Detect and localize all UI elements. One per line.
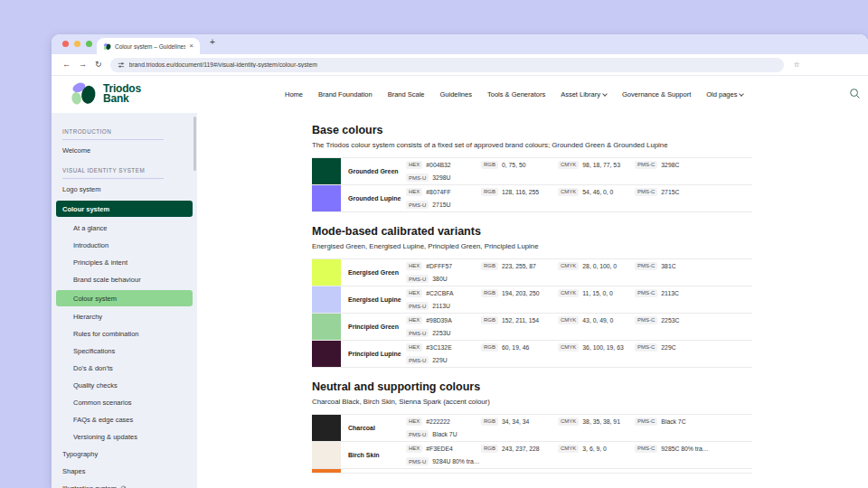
logo-wordmark: Triodos Bank <box>103 84 141 105</box>
hex-value: #C2CBFA <box>426 290 453 296</box>
nav-item-brand-foundation[interactable]: Brand Foundation <box>318 90 373 99</box>
sidebar-item-illustration-system[interactable]: Illustration system <box>52 480 197 488</box>
sidebar-scrollbar[interactable] <box>193 117 196 171</box>
address-bar[interactable]: brand.triodos.eu/document/119#/visual-id… <box>110 58 784 72</box>
chevron-down-icon <box>602 91 608 97</box>
tab-close-icon[interactable]: × <box>189 42 193 50</box>
browser-tab[interactable]: Colour system – Guidelines - × <box>97 38 200 54</box>
cmyk-value: 28, 0, 100, 0 <box>582 263 617 269</box>
hex-label: HEX <box>406 188 422 196</box>
pms-u: PMS-U2253U <box>406 329 481 337</box>
rgb-value: 152, 211, 154 <box>502 317 539 324</box>
sidebar-item-common-scenarios[interactable]: Common scenarios <box>52 394 197 411</box>
nav-item-governance-support[interactable]: Governance & Support <box>622 90 691 99</box>
rgb-label: RGB <box>481 161 498 169</box>
colour-name: Principled Green <box>341 324 406 330</box>
pms-u-value: 380U <box>432 276 447 282</box>
maximize-window-button[interactable] <box>86 41 92 47</box>
nav-item-home[interactable]: Home <box>285 90 303 99</box>
sidebar-item-label: Shapes <box>62 467 85 475</box>
sidebar-item-colour-system[interactable]: Colour system <box>56 201 193 217</box>
sidebar-item-principles-intent[interactable]: Principles & intent <box>52 254 197 271</box>
sidebar-item-label: Introduction <box>73 241 108 249</box>
nav-item-label: Home <box>285 90 303 99</box>
pms-c: PMS-C9285C 80% tra… <box>635 445 752 453</box>
colour-name: Birch Skin <box>341 452 406 458</box>
table-row-partial <box>312 468 752 473</box>
cmyk-label: CMYK <box>558 188 579 196</box>
back-icon[interactable]: ← <box>62 61 71 69</box>
hex-label: HEX <box>406 418 422 426</box>
hex: HEX#004B32 <box>406 161 481 169</box>
rgb-value: 0, 75, 50 <box>502 162 525 168</box>
nav-item-label: Asset Library <box>561 90 600 99</box>
sidebar-item-quality-checks[interactable]: Quality checks <box>52 377 197 394</box>
colour-table: Grounded GreenHEX#004B32RGB0, 75, 50CMYK… <box>312 157 752 212</box>
sidebar-item-brand-scale-behaviour[interactable]: Brand scale behaviour <box>52 271 197 288</box>
hex-label: HEX <box>406 343 422 352</box>
hex: HEX#98D39A <box>406 316 481 324</box>
forward-icon[interactable]: → <box>79 61 87 69</box>
hex: HEX#C2CBFA <box>406 289 481 297</box>
tab-strip: Colour system – Guidelines - × + <box>52 34 868 54</box>
rgb-value: 243, 237, 228 <box>502 446 540 452</box>
cmyk-value: 3, 6, 9, 0 <box>582 446 606 452</box>
rgb: RGB0, 75, 50 <box>481 161 558 169</box>
colour-swatch <box>312 415 341 441</box>
colour-table: CharcoalHEX#222222RGB34, 34, 34CMYK38, 3… <box>312 414 752 474</box>
pms-c: PMS-C2715C <box>635 188 752 196</box>
sidebar-item-typography[interactable]: Typography <box>52 446 197 463</box>
cmyk-value: 38, 35, 38, 91 <box>582 418 620 425</box>
colour-values: HEX#DFFF57RGB223, 255, 87CMYK28, 0, 100,… <box>406 259 752 286</box>
main-content: Base coloursThe Triodos colour system co… <box>197 113 868 488</box>
bookmark-star-icon[interactable]: ☆ <box>794 61 800 69</box>
cmyk-label: CMYK <box>558 316 579 324</box>
nav-item-guidelines[interactable]: Guidelines <box>440 90 472 99</box>
sidebar-item-specifications[interactable]: Specifications <box>52 343 197 360</box>
nav-item-brand-scale[interactable]: Brand Scale <box>388 90 425 99</box>
nav-item-label: Guidelines <box>440 90 472 99</box>
sidebar-item-at-a-glance[interactable]: At a glance <box>52 220 197 237</box>
triodos-logo[interactable]: Triodos Bank <box>70 81 141 107</box>
sidebar-item-label: At a glance <box>73 224 108 232</box>
sidebar-item-do-s-don-ts[interactable]: Do's & don'ts <box>52 360 197 377</box>
sidebar-item-introduction[interactable]: Introduction <box>52 237 197 254</box>
close-window-button[interactable] <box>62 41 69 47</box>
tab-title: Colour system – Guidelines - <box>115 43 185 50</box>
nav-item-label: Old pages <box>706 90 737 99</box>
pms-u-label: PMS-U <box>406 457 429 465</box>
colour-values: HEX#3C132ERGB60, 19, 46CMYK36, 100, 19, … <box>406 341 752 367</box>
table-row: Grounded GreenHEX#004B32RGB0, 75, 50CMYK… <box>312 157 752 184</box>
sidebar-item-label: Colour system <box>73 295 117 303</box>
nav-item-asset-library[interactable]: Asset Library <box>561 90 607 99</box>
pms-c-label: PMS-C <box>635 418 657 426</box>
pms-c: PMS-C229C <box>635 343 752 352</box>
site-settings-icon[interactable] <box>118 61 125 69</box>
window-controls <box>62 41 92 47</box>
nav-item-old-pages[interactable]: Old pages <box>706 90 743 99</box>
sidebar-item-welcome[interactable]: Welcome <box>52 142 197 159</box>
sidebar-item-logo-system[interactable]: Logo system <box>52 181 197 198</box>
sidebar-item-rules-for-combination[interactable]: Rules for combination <box>52 325 197 343</box>
cmyk: CMYK36, 100, 19, 63 <box>558 343 635 352</box>
new-tab-button[interactable]: + <box>210 37 215 47</box>
table-row: Energised GreenHEX#DFFF57RGB223, 255, 87… <box>312 258 752 286</box>
search-icon[interactable] <box>849 87 861 103</box>
hex-value: #3C132E <box>426 344 451 351</box>
pms-u-label: PMS-U <box>406 275 429 283</box>
sidebar-item-versioning-updates[interactable]: Versioning & updates <box>52 428 197 446</box>
rgb: RGB152, 211, 154 <box>481 316 558 324</box>
table-row: Principled GreenHEX#98D39ARGB152, 211, 1… <box>312 313 752 340</box>
sidebar-item-hierarchy[interactable]: Hierarchy <box>52 308 197 325</box>
sidebar-item-colour-system[interactable]: Colour system <box>56 290 193 306</box>
pms-c-value: 2715C <box>661 189 679 195</box>
browser-toolbar: ← → ↻ brand.triodos.eu/document/119#/vis… <box>52 54 868 76</box>
minimize-window-button[interactable] <box>74 41 80 47</box>
reload-icon[interactable]: ↻ <box>95 61 102 69</box>
sidebar-item-label: Principles & intent <box>73 258 127 267</box>
sidebar-item-faqs-edge-cases[interactable]: FAQs & edge cases <box>52 411 197 428</box>
nav-item-tools-generators[interactable]: Tools & Generators <box>487 90 545 99</box>
sidebar-item-shapes[interactable]: Shapes <box>52 463 197 480</box>
rgb-value: 128, 116, 255 <box>502 189 539 195</box>
pms-c-label: PMS-C <box>635 343 657 352</box>
